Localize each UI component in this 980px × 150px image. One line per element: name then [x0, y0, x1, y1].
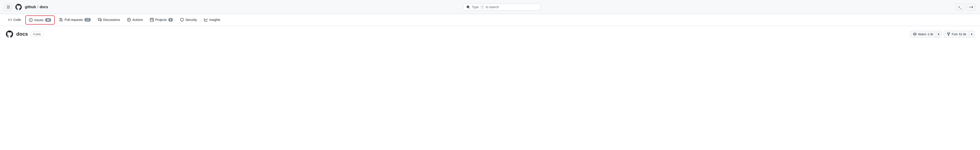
nav-center: Type / to search	[51, 4, 953, 10]
terminal-icon: >_	[958, 5, 962, 9]
create-new-button[interactable]: + ▾	[967, 4, 975, 10]
repo-actions: Watch 2.3k ▾ Fork 61.9k ▾	[910, 31, 975, 37]
repo-name[interactable]: docs	[16, 31, 28, 37]
fork-group: Fork 61.9k ▾	[944, 31, 975, 37]
fork-button[interactable]: Fork 61.9k	[944, 31, 969, 37]
tab-insights-label: Insights	[209, 18, 220, 22]
tab-insights[interactable]: Insights	[200, 15, 224, 25]
actions-icon	[127, 18, 131, 22]
discussions-icon	[98, 18, 102, 22]
issues-badge: 40	[45, 18, 51, 22]
tab-issues-label: Issues	[34, 18, 43, 22]
tab-code-label: Code	[13, 18, 21, 22]
search-suffix: to search	[486, 5, 499, 9]
fork-dropdown-icon: ▾	[971, 32, 972, 36]
tab-code[interactable]: Code	[5, 15, 24, 25]
tab-security[interactable]: Security	[177, 15, 200, 25]
tab-projects[interactable]: Projects 6	[146, 15, 177, 25]
watch-count: 2.3k	[928, 32, 933, 36]
watch-group: Watch 2.3k ▾	[910, 31, 942, 37]
search-icon	[466, 5, 470, 9]
watch-button[interactable]: Watch 2.3k	[910, 31, 936, 37]
visibility-badge: Public	[30, 32, 43, 37]
projects-icon	[150, 18, 154, 22]
repo-header: docs Public Watch 2.3k ▾ Fork	[0, 26, 980, 41]
repo-title-section: docs Public	[5, 30, 44, 38]
hamburger-button[interactable]	[5, 4, 12, 10]
insights-icon	[204, 18, 208, 22]
issues-icon	[29, 18, 33, 22]
eye-icon	[913, 32, 916, 36]
search-shortcut: /	[480, 5, 484, 9]
breadcrumb-separator: /	[37, 5, 38, 9]
tab-discussions[interactable]: Discussions	[94, 15, 124, 25]
security-icon	[180, 18, 184, 22]
repo-logo-icon	[5, 30, 14, 38]
pull-request-icon	[59, 18, 63, 22]
dropdown-chevron-icon: ▾	[971, 5, 973, 9]
watch-dropdown-icon: ▾	[938, 32, 940, 36]
breadcrumb-owner[interactable]: github	[25, 5, 36, 9]
fork-label: Fork	[952, 32, 958, 36]
tab-issues[interactable]: Issues 40	[25, 15, 55, 24]
repo-tabs: Code Issues 40 Pull requests 17 Discussi…	[0, 14, 980, 26]
projects-badge: 6	[169, 18, 173, 22]
tab-discussions-label: Discussions	[103, 18, 120, 22]
tab-pull-requests[interactable]: Pull requests 17	[56, 15, 94, 25]
watch-label: Watch	[918, 32, 926, 36]
tab-security-label: Security	[185, 18, 197, 22]
pull-requests-badge: 17	[84, 18, 91, 22]
breadcrumb-repo[interactable]: docs	[40, 5, 48, 9]
tab-pull-requests-label: Pull requests	[65, 18, 83, 22]
breadcrumb: github / docs	[25, 5, 48, 9]
code-icon	[8, 18, 12, 22]
nav-left: github / docs	[5, 3, 48, 11]
watch-dropdown-button[interactable]: ▾	[936, 31, 942, 37]
fork-dropdown-button[interactable]: ▾	[969, 31, 975, 37]
nav-right: >_ + ▾	[956, 4, 975, 10]
fork-count: 61.9k	[959, 32, 966, 36]
terminal-button[interactable]: >_	[956, 4, 964, 10]
fork-icon	[947, 32, 950, 36]
tab-actions[interactable]: Actions	[124, 15, 146, 25]
tab-actions-label: Actions	[132, 18, 143, 22]
top-navbar: github / docs Type / to search >_ + ▾	[0, 0, 980, 14]
plus-icon: +	[969, 5, 971, 9]
github-logo-icon	[15, 3, 22, 11]
search-text: Type	[472, 5, 479, 9]
search-bar[interactable]: Type / to search	[463, 4, 540, 10]
tab-projects-label: Projects	[155, 18, 167, 22]
